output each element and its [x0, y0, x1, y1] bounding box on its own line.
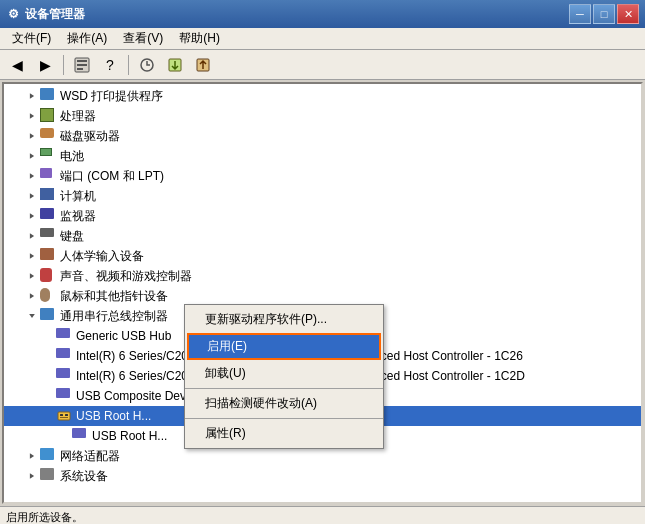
expand-computer[interactable] — [24, 188, 40, 204]
label-battery: 电池 — [60, 148, 84, 165]
label-keyboard: 键盘 — [60, 228, 84, 245]
expand-port[interactable] — [24, 168, 40, 184]
expand-cpu[interactable] — [24, 108, 40, 124]
icon-audio — [40, 268, 56, 284]
svg-rect-3 — [77, 68, 83, 70]
icon-intel-hc1 — [56, 348, 72, 364]
icon-keyboard — [40, 228, 56, 244]
label-cpu: 处理器 — [60, 108, 96, 125]
svg-rect-2 — [77, 64, 87, 66]
window-title: 设备管理器 — [25, 6, 85, 23]
maximize-button[interactable]: □ — [593, 4, 615, 24]
tree-item-wsd[interactable]: WSD 打印提供程序 — [4, 86, 641, 106]
ctx-scan[interactable]: 扫描检测硬件改动(A) — [185, 391, 383, 416]
svg-rect-7 — [58, 412, 70, 420]
ctx-scan-label: 扫描检测硬件改动(A) — [205, 395, 317, 412]
toolbar-scan[interactable] — [134, 53, 160, 77]
svg-rect-1 — [77, 60, 87, 62]
icon-hid — [40, 248, 56, 264]
close-button[interactable]: ✕ — [617, 4, 639, 24]
toolbar-rollback[interactable] — [190, 53, 216, 77]
expand-battery[interactable] — [24, 148, 40, 164]
label-usb-root1: USB Root H... — [76, 409, 151, 423]
expand-sys[interactable] — [24, 468, 40, 484]
ctx-update-label: 更新驱动程序软件(P)... — [205, 311, 327, 328]
expand-disk[interactable] — [24, 128, 40, 144]
label-disk: 磁盘驱动器 — [60, 128, 120, 145]
icon-sys — [40, 468, 56, 484]
tree-item-keyboard[interactable]: 键盘 — [4, 226, 641, 246]
ctx-enable[interactable]: 启用(E) — [187, 333, 381, 360]
icon-cpu — [40, 108, 56, 124]
icon-usb-root1 — [56, 408, 72, 424]
toolbar-update[interactable] — [162, 53, 188, 77]
icon-battery — [40, 148, 56, 164]
icon-usb-ctrl — [40, 308, 56, 324]
ctx-uninstall[interactable]: 卸载(U) — [185, 361, 383, 386]
expand-network[interactable] — [24, 448, 40, 464]
tree-item-disk[interactable]: 磁盘驱动器 — [4, 126, 641, 146]
title-bar-left: ⚙ 设备管理器 — [8, 6, 85, 23]
expand-mouse[interactable] — [24, 288, 40, 304]
label-display: 监视器 — [60, 208, 96, 225]
tree-item-port[interactable]: 端口 (COM 和 LPT) — [4, 166, 641, 186]
tree-item-display[interactable]: 监视器 — [4, 206, 641, 226]
icon-intel-hc2 — [56, 368, 72, 384]
title-bar: ⚙ 设备管理器 ─ □ ✕ — [0, 0, 645, 28]
expand-usb-ctrl[interactable] — [24, 308, 40, 324]
expand-usb-root2 — [56, 428, 72, 444]
toolbar-help[interactable]: ? — [97, 53, 123, 77]
expand-audio[interactable] — [24, 268, 40, 284]
toolbar-forward[interactable]: ▶ — [32, 53, 58, 77]
label-port: 端口 (COM 和 LPT) — [60, 168, 164, 185]
menu-file[interactable]: 文件(F) — [4, 28, 59, 49]
label-audio: 声音、视频和游戏控制器 — [60, 268, 192, 285]
tree-item-cpu[interactable]: 处理器 — [4, 106, 641, 126]
svg-rect-10 — [60, 417, 68, 418]
icon-computer — [40, 188, 56, 204]
expand-hid[interactable] — [24, 248, 40, 264]
ctx-properties-label: 属性(R) — [205, 425, 246, 442]
toolbar-sep-1 — [63, 55, 64, 75]
label-mouse: 鼠标和其他指针设备 — [60, 288, 168, 305]
ctx-uninstall-label: 卸载(U) — [205, 365, 246, 382]
icon-port — [40, 168, 56, 184]
toolbar-back[interactable]: ◀ — [4, 53, 30, 77]
icon-composite — [56, 388, 72, 404]
expand-intel-hc1 — [40, 348, 56, 364]
toolbar-properties[interactable] — [69, 53, 95, 77]
icon-wsd — [40, 88, 56, 104]
tree-item-sys[interactable]: 系统设备 — [4, 466, 641, 486]
icon-mouse — [40, 288, 56, 304]
ctx-update[interactable]: 更新驱动程序软件(P)... — [185, 307, 383, 332]
label-network: 网络适配器 — [60, 448, 120, 465]
label-computer: 计算机 — [60, 188, 96, 205]
tree-item-hid[interactable]: 人体学输入设备 — [4, 246, 641, 266]
tree-item-battery[interactable]: 电池 — [4, 146, 641, 166]
menu-help[interactable]: 帮助(H) — [171, 28, 228, 49]
tree-item-computer[interactable]: 计算机 — [4, 186, 641, 206]
context-menu: 更新驱动程序软件(P)... 启用(E) 卸载(U) 扫描检测硬件改动(A) 属… — [184, 304, 384, 449]
icon-generic-hub — [56, 328, 72, 344]
icon-display — [40, 208, 56, 224]
tree-item-audio[interactable]: 声音、视频和游戏控制器 — [4, 266, 641, 286]
tree-item-mouse[interactable]: 鼠标和其他指针设备 — [4, 286, 641, 306]
label-hid: 人体学输入设备 — [60, 248, 144, 265]
expand-display[interactable] — [24, 208, 40, 224]
ctx-properties[interactable]: 属性(R) — [185, 421, 383, 446]
title-icon: ⚙ — [8, 7, 19, 21]
minimize-button[interactable]: ─ — [569, 4, 591, 24]
label-usb-ctrl: 通用串行总线控制器 — [60, 308, 168, 325]
label-sys: 系统设备 — [60, 468, 108, 485]
ctx-separator-2 — [185, 418, 383, 419]
ctx-enable-label: 启用(E) — [207, 338, 247, 355]
icon-usb-root2 — [72, 428, 88, 444]
menu-view[interactable]: 查看(V) — [115, 28, 171, 49]
expand-wsd[interactable] — [24, 88, 40, 104]
tree-item-network[interactable]: 网络适配器 — [4, 446, 641, 466]
toolbar: ◀ ▶ ? — [0, 50, 645, 80]
menu-action[interactable]: 操作(A) — [59, 28, 115, 49]
label-usb-root2: USB Root H... — [92, 429, 167, 443]
expand-keyboard[interactable] — [24, 228, 40, 244]
label-composite: USB Composite Device — [76, 389, 201, 403]
